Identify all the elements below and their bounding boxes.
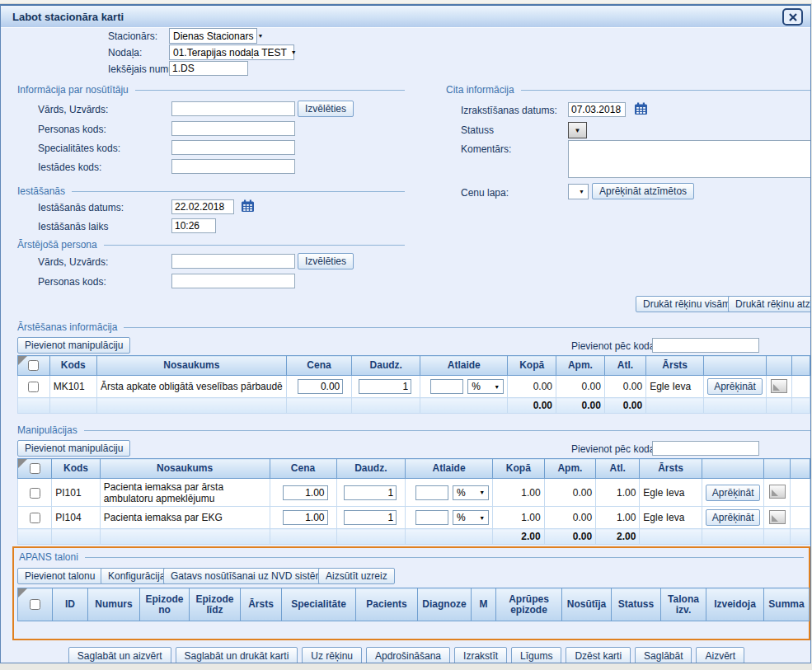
header-cena: Cena bbox=[286, 356, 352, 376]
manip-pievienot-manipulaciju-button[interactable]: Pievienot manipulāciju bbox=[17, 440, 130, 457]
cell-arsts: Egle Ieva bbox=[640, 507, 702, 529]
legend-rule bbox=[85, 557, 804, 558]
ligums-button[interactable]: Līgums bbox=[511, 647, 561, 663]
nosutitajs-izveleties-button[interactable]: Izvēlēties bbox=[298, 101, 354, 117]
drukat-rekinu-visam-button[interactable]: Drukāt rēķinu visām bbox=[636, 296, 738, 312]
legend-text: Manipulācijas bbox=[17, 424, 77, 436]
atlaide-unit-select[interactable]: %▼ bbox=[453, 485, 489, 500]
cena-input[interactable] bbox=[283, 485, 328, 500]
treatment-pievienot-manipulaciju-button[interactable]: Pievienot manipulāciju bbox=[17, 337, 130, 354]
dialog-labot-stacionara-karti: Labot stacionāra karti Stacionārs: Diena… bbox=[0, 4, 811, 663]
iestasanas-datums-input[interactable] bbox=[171, 199, 234, 214]
drukat-rekinu-atzim-button[interactable]: Drukāt rēķinu atzīm bbox=[728, 296, 811, 312]
aprekinat-button[interactable]: Aprēķināt bbox=[706, 509, 761, 526]
izrakstisanas-datums-input[interactable] bbox=[568, 102, 626, 117]
header-id: ID bbox=[53, 588, 88, 621]
fieldset-cita-legend: Cita informācija bbox=[446, 84, 811, 96]
row-checkbox[interactable] bbox=[30, 513, 40, 523]
dropdown-arrow-icon: ▼ bbox=[575, 189, 584, 194]
row-checkbox[interactable] bbox=[30, 488, 40, 499]
cena-input[interactable] bbox=[298, 379, 343, 394]
aprekinat-button[interactable]: Aprēķināt bbox=[707, 378, 763, 395]
gatavs-nosutisanai-button[interactable]: Gatavs nosūtīšanai uz NVD sistēmu bbox=[163, 568, 336, 584]
select-all-corner-icon bbox=[18, 356, 27, 365]
calendar-icon[interactable] bbox=[241, 199, 255, 213]
row-options-button[interactable] bbox=[771, 379, 787, 393]
treatment-pievienot-pec-koda-input[interactable] bbox=[652, 338, 759, 353]
cell-kods: PI104 bbox=[52, 507, 100, 529]
row-options-button[interactable] bbox=[769, 510, 786, 524]
header-daudz: Daudz. bbox=[352, 356, 420, 376]
stacionars-label: Stacionārs: bbox=[108, 30, 157, 42]
treatment-totals-row: 0.00 0.00 0.00 bbox=[18, 398, 810, 414]
specialitates-kods-input[interactable] bbox=[171, 140, 295, 155]
nodala-select[interactable]: 01.Terapijas nodaļa TEST ▼ bbox=[169, 45, 294, 60]
close-button[interactable] bbox=[782, 8, 803, 26]
header-summa: Summa bbox=[764, 588, 810, 621]
atlaide-unit-select[interactable]: %▼ bbox=[467, 379, 504, 394]
aprekinat-atzimetos-button[interactable]: Aprēķināt atzīmētos bbox=[592, 183, 694, 199]
atlaide-input[interactable] bbox=[415, 485, 448, 500]
manip-pievienot-pec-koda-input[interactable] bbox=[652, 441, 759, 456]
komentars-textarea[interactable] bbox=[568, 140, 811, 178]
arstejosa-personas-kods-input[interactable] bbox=[171, 274, 295, 288]
legend-rule bbox=[135, 90, 405, 91]
atlaide-input[interactable] bbox=[415, 510, 448, 525]
arstejosa-vards-input[interactable] bbox=[171, 254, 295, 269]
header-numurs: Numurs bbox=[88, 588, 140, 621]
saglabat-un-drukat-karti-button[interactable]: Saglabāt un drukāt karti bbox=[176, 647, 298, 663]
calendar-icon[interactable] bbox=[634, 102, 648, 115]
daudz-input[interactable] bbox=[359, 379, 411, 394]
cell-arsts: Egle Ieva bbox=[640, 479, 702, 507]
saglabat-button[interactable]: Saglābāt bbox=[635, 647, 692, 663]
treatment-select-all-checkbox[interactable] bbox=[28, 360, 39, 371]
apans-select-all-checkbox[interactable] bbox=[30, 599, 40, 610]
cell-apm: 0.00 bbox=[556, 376, 605, 398]
manip-select-all-checkbox[interactable] bbox=[30, 463, 40, 474]
izrakstit-button[interactable]: Izrakstīt bbox=[454, 647, 507, 663]
aprekinat-button[interactable]: Aprēķināt bbox=[706, 485, 761, 501]
statuss-dropdown[interactable]: ▼ bbox=[568, 122, 587, 138]
saglabat-un-aizvert-button[interactable]: Saglabāt un aizvērt bbox=[68, 647, 171, 663]
header-kopa: Kopā bbox=[493, 459, 545, 479]
header-epizode-lidz: Epizode līdz bbox=[190, 588, 241, 621]
header-nosutija: Nosūtīja bbox=[562, 588, 612, 621]
cena-input[interactable] bbox=[283, 510, 328, 525]
cell-arsts: Egle Ieva bbox=[646, 376, 704, 398]
nosutitajs-personas-kods-input[interactable] bbox=[171, 121, 295, 136]
aizsutit-uzreiz-button[interactable]: Aizsūtīt uzreiz bbox=[318, 568, 395, 584]
dzest-karti-button[interactable]: Dzēst karti bbox=[566, 647, 631, 663]
header-epizode-no: Epizode no bbox=[140, 588, 190, 621]
row-checkbox[interactable] bbox=[28, 382, 39, 392]
pievienot-talonu-button[interactable]: Pievienot talonu bbox=[17, 568, 102, 584]
cell-kopa: 1.00 bbox=[493, 507, 545, 529]
legend-text: Cita informācija bbox=[446, 84, 514, 96]
cell-kopa: 0.00 bbox=[508, 376, 556, 398]
uz-rekinu-button[interactable]: Uz rēķinu bbox=[302, 647, 362, 663]
header-specialitate: Specialitāte bbox=[282, 588, 356, 621]
arstejosa-izveleties-button[interactable]: Izvēlēties bbox=[298, 253, 354, 269]
header-daudz: Daudz. bbox=[336, 459, 406, 479]
header-extra bbox=[791, 459, 810, 479]
nosutitajs-vards-input[interactable] bbox=[171, 101, 295, 116]
manipulacijas-legend: Manipulācijas bbox=[17, 424, 811, 436]
apdrosinasana-button[interactable]: Apdrošināšana bbox=[366, 647, 450, 663]
atlaide-unit-select[interactable]: %▼ bbox=[453, 510, 489, 525]
aizvert-button[interactable]: Aizvērt bbox=[696, 647, 744, 663]
cell-nosaukums: Ārsta apkate obligātā veselības pārbaudē bbox=[96, 376, 286, 398]
header-atl: Atl. bbox=[604, 356, 645, 376]
manip-pievienot-pec-koda-label: Pievienot pēc koda: bbox=[571, 443, 658, 455]
row-options-button[interactable] bbox=[769, 485, 786, 499]
apans-table-wrap: ID Numurs Epizode no Epizode līdz Ārsts … bbox=[17, 588, 810, 621]
stacionars-select[interactable]: Dienas Stacionars ▼ bbox=[169, 28, 257, 44]
konfiguracija-button[interactable]: Konfigurācija bbox=[101, 568, 172, 584]
cenu-lapa-select[interactable]: ▼ bbox=[568, 184, 589, 199]
daudz-input[interactable] bbox=[344, 510, 397, 525]
daudz-input[interactable] bbox=[344, 485, 397, 500]
header-actions bbox=[704, 356, 767, 376]
atlaide-input[interactable] bbox=[430, 379, 463, 394]
ieksejais-numurs-input[interactable] bbox=[169, 61, 248, 76]
dropdown-arrow-icon: ▼ bbox=[479, 490, 485, 495]
iestasanas-laiks-input[interactable] bbox=[171, 218, 216, 233]
iestades-kods-input[interactable] bbox=[171, 159, 295, 174]
